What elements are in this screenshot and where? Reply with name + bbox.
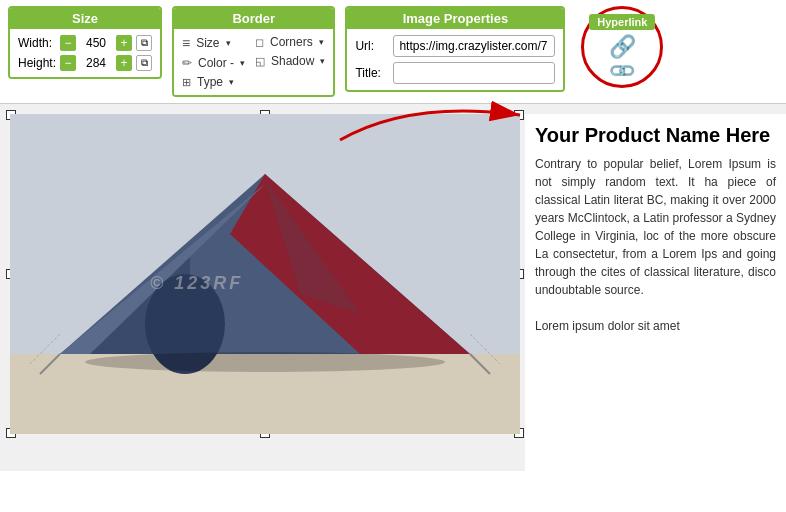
hyperlink-panel: Hyperlink 🔗 🔗	[581, 6, 663, 88]
border-panel: Border ≡ Size ▾ ✏ Color - ▾ ⊞ Typ	[172, 6, 335, 97]
hyperlink-label: Hyperlink	[589, 14, 655, 30]
shadow-label: Shadow	[271, 54, 314, 68]
corners-label: Corners	[270, 35, 313, 49]
hyperlink-panel-inner: Hyperlink 🔗 🔗	[589, 14, 655, 80]
border-color-arrow: ▾	[240, 58, 245, 68]
hyperlink-link-button[interactable]: 🔗	[609, 36, 636, 58]
width-decrease-button[interactable]: −	[60, 35, 76, 51]
svg-point-10	[85, 352, 445, 372]
shadow-icon: ◱	[255, 55, 265, 68]
hyperlink-unlink-button[interactable]: 🔗	[608, 57, 636, 85]
product-title: Your Product Name Here	[535, 124, 776, 147]
size-panel: Size Width: − 450 + ⧉ Height: − 284 + ⧉	[8, 6, 162, 79]
title-label: Title:	[355, 66, 387, 80]
border-type-label: Type	[197, 75, 223, 89]
border-panel-header: Border	[174, 8, 333, 29]
height-increase-button[interactable]: +	[116, 55, 132, 71]
width-increase-button[interactable]: +	[116, 35, 132, 51]
border-size-arrow: ▾	[226, 38, 231, 48]
border-type-icon: ⊞	[182, 76, 191, 89]
tent-image: © 123RF	[10, 114, 520, 434]
height-copy-button[interactable]: ⧉	[136, 55, 152, 71]
url-row: Url:	[355, 35, 555, 57]
border-size-button[interactable]: ≡ Size ▾	[182, 35, 245, 51]
image-properties-header: Image Properties	[347, 8, 563, 29]
height-value: 284	[80, 56, 112, 70]
image-properties-panel: Image Properties Url: Title:	[345, 6, 565, 92]
canvas-area: © 123RF Your Product Name Here Contrary …	[0, 104, 786, 471]
border-size-icon: ≡	[182, 35, 190, 51]
size-panel-header: Size	[10, 8, 160, 29]
shadow-arrow: ▾	[320, 56, 325, 66]
border-color-label: Color -	[198, 56, 234, 70]
title-row: Title:	[355, 62, 555, 84]
width-label: Width:	[18, 36, 56, 50]
height-row: Height: − 284 + ⧉	[18, 55, 152, 71]
border-type-button[interactable]: ⊞ Type ▾	[182, 75, 245, 89]
svg-text:© 123RF: © 123RF	[150, 273, 243, 293]
url-label: Url:	[355, 39, 387, 53]
border-color-icon: ✏	[182, 56, 192, 70]
border-size-label: Size	[196, 36, 219, 50]
corners-arrow: ▾	[319, 37, 324, 47]
title-input[interactable]	[393, 62, 555, 84]
border-shadow-button[interactable]: ◱ Shadow ▾	[255, 54, 325, 68]
width-copy-button[interactable]: ⧉	[136, 35, 152, 51]
width-row: Width: − 450 + ⧉	[18, 35, 152, 51]
corners-icon: ◻	[255, 36, 264, 49]
border-color-button[interactable]: ✏ Color - ▾	[182, 56, 245, 70]
content-right: Your Product Name Here Contrary to popul…	[525, 114, 786, 471]
product-description: Contrary to popular belief, Lorem Ipsum …	[535, 155, 776, 335]
border-corners-button[interactable]: ◻ Corners ▾	[255, 35, 325, 49]
border-type-arrow: ▾	[229, 77, 234, 87]
height-label: Height:	[18, 56, 56, 70]
height-decrease-button[interactable]: −	[60, 55, 76, 71]
width-value: 450	[80, 36, 112, 50]
url-input[interactable]	[393, 35, 555, 57]
